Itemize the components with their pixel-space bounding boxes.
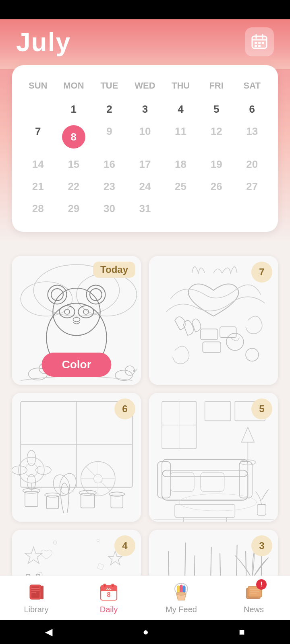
nav-label-library: Library: [24, 605, 48, 614]
card-6[interactable]: 6: [12, 393, 141, 522]
cal-header-thu: THU: [163, 77, 199, 98]
svg-point-22: [73, 318, 80, 322]
cal-day-22[interactable]: 22: [56, 175, 92, 198]
cal-day-31[interactable]: 31: [127, 198, 163, 220]
svg-line-58: [86, 466, 95, 475]
svg-point-44: [109, 492, 124, 496]
svg-point-33: [246, 348, 259, 361]
daily-icon: JUL 8: [98, 582, 119, 603]
book-icon: [26, 582, 47, 603]
svg-rect-71: [157, 462, 170, 498]
nav-label-daily: Daily: [100, 605, 118, 614]
cal-day-7[interactable]: 7: [20, 120, 56, 153]
svg-rect-31: [203, 342, 221, 353]
svg-rect-29: [201, 329, 218, 340]
svg-rect-113: [177, 586, 180, 593]
cal-day-16[interactable]: 16: [91, 153, 127, 175]
card-today[interactable]: Today: [12, 256, 141, 385]
cal-day-25[interactable]: 25: [163, 175, 199, 198]
news-badge: !: [256, 579, 267, 590]
svg-text:8: 8: [107, 591, 111, 598]
cal-day-27[interactable]: 27: [234, 175, 270, 198]
svg-rect-8: [258, 45, 261, 47]
cal-day-12[interactable]: 12: [199, 120, 234, 153]
svg-rect-5: [258, 42, 261, 44]
cal-day-empty4: [234, 198, 270, 220]
cal-day-2[interactable]: 2: [91, 98, 127, 120]
badge-5: 5: [251, 398, 272, 419]
cal-day-15[interactable]: 15: [56, 153, 92, 175]
cal-day-8-today[interactable]: 8: [56, 120, 92, 153]
badge-3: 3: [251, 535, 272, 556]
cal-header-wed: WED: [127, 77, 163, 98]
badge-4: 4: [114, 535, 135, 556]
svg-line-59: [101, 482, 110, 491]
cal-day-20[interactable]: 20: [234, 153, 270, 175]
nav-item-library[interactable]: Library: [12, 582, 60, 614]
calendar-icon: [251, 33, 268, 51]
nav-item-news[interactable]: ! News: [230, 582, 278, 614]
cal-day-28[interactable]: 28: [20, 198, 56, 220]
svg-rect-6: [262, 42, 264, 44]
svg-rect-37: [25, 491, 38, 506]
cal-day-24[interactable]: 24: [127, 175, 163, 198]
svg-rect-43: [111, 495, 123, 508]
svg-point-11: [77, 273, 137, 316]
cal-day-10[interactable]: 10: [127, 120, 163, 153]
cal-day-14[interactable]: 14: [20, 153, 56, 175]
svg-rect-78: [257, 504, 266, 515]
palette-icon: [171, 582, 192, 603]
cal-day-empty3: [199, 198, 234, 220]
svg-rect-73: [170, 472, 194, 491]
color-button[interactable]: Color: [41, 353, 111, 377]
calendar-icon-button[interactable]: [245, 27, 274, 56]
cal-day-26[interactable]: 26: [199, 175, 234, 198]
cal-day-19[interactable]: 19: [199, 153, 234, 175]
nav-label-myfeed: My Feed: [166, 605, 197, 614]
today-badge: Today: [93, 262, 135, 278]
svg-point-45: [19, 457, 44, 483]
badge-7: 7: [251, 262, 272, 283]
cal-day-empty2: [163, 198, 199, 220]
svg-rect-65: [205, 401, 231, 421]
cal-day-17[interactable]: 17: [127, 153, 163, 175]
svg-point-18: [59, 306, 75, 318]
svg-point-116: [176, 592, 186, 595]
cal-day-29[interactable]: 29: [56, 198, 92, 220]
back-button[interactable]: ◀: [45, 626, 52, 638]
svg-point-32: [226, 333, 244, 351]
cal-day-empty: [20, 98, 56, 120]
cal-header-mon: MON: [56, 77, 92, 98]
svg-point-82: [97, 539, 99, 541]
cal-header-sat: SAT: [234, 77, 270, 98]
svg-rect-41: [81, 494, 95, 508]
nav-item-myfeed[interactable]: My Feed: [157, 582, 205, 614]
cal-day-30[interactable]: 30: [91, 198, 127, 220]
cal-day-3[interactable]: 3: [127, 98, 163, 120]
svg-rect-98: [31, 586, 39, 598]
cal-day-21[interactable]: 21: [20, 175, 56, 198]
card-7[interactable]: 7: [149, 256, 278, 385]
cal-day-6[interactable]: 6: [234, 98, 270, 120]
cal-day-1[interactable]: 1: [56, 98, 92, 120]
card-5[interactable]: 5: [149, 393, 278, 522]
svg-rect-4: [255, 42, 257, 44]
svg-point-81: [53, 541, 57, 545]
nav-item-daily[interactable]: JUL 8 Daily: [85, 582, 133, 614]
home-button[interactable]: ●: [143, 626, 149, 638]
svg-rect-30: [220, 327, 236, 338]
cal-day-23[interactable]: 23: [91, 175, 127, 198]
system-nav: ◀ ● ■: [0, 620, 290, 644]
svg-point-20: [64, 309, 70, 314]
svg-rect-39: [46, 496, 58, 509]
recent-button[interactable]: ■: [239, 626, 245, 638]
cal-day-18[interactable]: 18: [163, 153, 199, 175]
svg-rect-115: [183, 586, 185, 593]
news-icon: !: [243, 582, 264, 603]
cal-day-4[interactable]: 4: [163, 98, 199, 120]
svg-point-19: [78, 306, 93, 318]
cal-day-11[interactable]: 11: [163, 120, 199, 153]
cal-day-5[interactable]: 5: [199, 98, 234, 120]
cal-day-9[interactable]: 9: [91, 120, 127, 153]
cal-day-13[interactable]: 13: [234, 120, 270, 153]
